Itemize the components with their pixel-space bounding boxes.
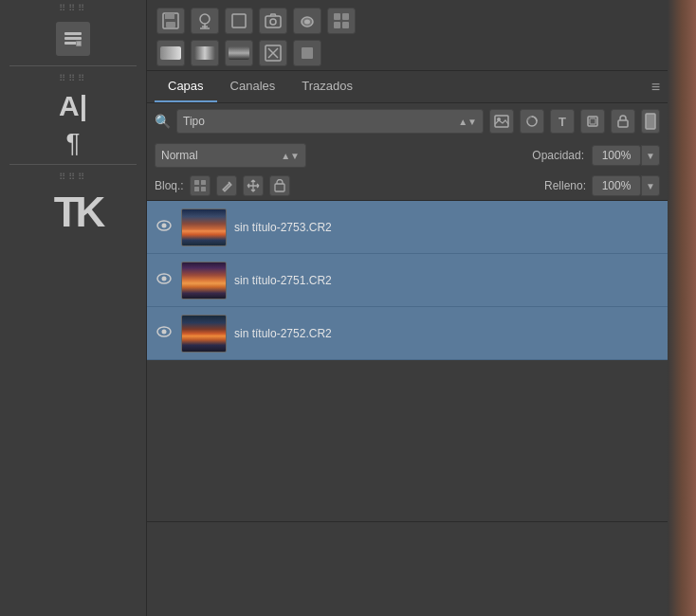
layer-visibility-1[interactable] [155,272,174,289]
svg-rect-38 [201,187,206,191]
camera-button[interactable] [259,8,287,34]
sidebar-grip-top: ⠿⠿⠿ [0,0,146,16]
svg-rect-13 [266,16,281,27]
sidebar-divider-2 [9,164,137,165]
svg-point-45 [162,329,167,334]
svg-rect-22 [194,46,215,60]
filter-lock-icon-btn[interactable] [611,109,635,134]
svg-rect-21 [160,46,181,60]
filter-image-icon-btn[interactable] [489,109,514,134]
svg-rect-18 [342,13,349,20]
layers-panel: Capas Canales Trazados ≡ 🔍 Tipo ▲▼ [147,71,668,616]
filter-shape-icon-btn[interactable] [580,109,605,134]
filter-row: 🔍 Tipo ▲▼ T [147,103,668,139]
right-edge [668,0,696,616]
filter-value: Tipo [183,115,205,128]
panel-menu-icon[interactable]: ≡ [651,79,660,96]
grid-button[interactable] [327,8,356,34]
svg-rect-1 [64,37,82,40]
svg-point-43 [162,276,167,281]
blend-chevron-icon: ▲▼ [281,151,300,161]
svg-point-14 [270,19,276,25]
filter-color-icon-btn[interactable] [641,109,660,134]
opacity-input[interactable]: 100% [592,145,641,166]
svg-rect-12 [232,14,246,27]
svg-rect-36 [201,180,206,185]
layer-visibility-0[interactable] [155,219,174,236]
sidebar-grip-2: ⠿⠿⠿ [0,70,146,86]
layer-visibility-2[interactable] [155,325,174,342]
svg-rect-33 [618,120,628,127]
svg-rect-6 [165,13,174,19]
search-icon: 🔍 [155,114,171,129]
lock-label: Bloq.: [155,179,184,192]
svg-rect-0 [64,32,82,35]
layers-list: sin título-2753.CR2 sin título-2751.CR2 [147,201,668,521]
lock-lock-button[interactable] [269,175,290,196]
lock-pixels-button[interactable] [190,175,211,196]
tab-capas[interactable]: Capas [155,71,217,102]
gradient1-button[interactable] [156,40,185,66]
fill-control: 100% ▼ [592,175,660,196]
layer-thumb-0 [181,208,227,246]
layer-name-1: sin título-2751.CR2 [234,274,660,287]
fill-arrow[interactable]: ▼ [641,175,660,196]
blend-mode-value: Normal [161,149,198,162]
left-sidebar: ⠿⠿⠿ ⠿⠿⠿ A| ¶ ⠿⠿⠿ TK [0,0,147,616]
toolbar-row-2 [156,40,658,66]
fill-label: Relleno: [544,179,586,192]
layer-item-1[interactable]: sin título-2751.CR2 [147,254,668,307]
panel-bottom [147,521,668,616]
svg-rect-7 [166,22,175,27]
filter-text-icon-btn[interactable]: T [550,109,575,134]
svg-rect-19 [334,22,340,28]
opacity-arrow[interactable]: ▼ [641,145,660,166]
svg-rect-32 [590,118,595,124]
filter-text-label: T [559,115,566,129]
lock-paint-button[interactable] [216,175,237,196]
svg-rect-27 [302,47,313,59]
svg-rect-35 [194,180,199,185]
svg-rect-4 [77,42,81,45]
svg-rect-17 [334,13,340,20]
svg-rect-37 [194,187,199,191]
filter-dropdown[interactable]: Tipo ▲▼ [176,109,484,134]
sidebar-divider-1 [9,65,137,66]
compare-button[interactable] [191,8,219,34]
layer-thumb-1 [181,262,227,299]
text-tool-a[interactable]: A| [0,86,146,126]
layer-thumb-2 [181,315,227,353]
svg-rect-23 [229,46,249,60]
layers-tool-icon[interactable] [0,16,146,62]
rect-button[interactable] [293,40,321,66]
layer-item-0[interactable]: sin título-2753.CR2 [147,201,668,254]
layer-name-0: sin título-2753.CR2 [234,221,660,234]
main-panel: Capas Canales Trazados ≡ 🔍 Tipo ▲▼ [147,0,668,616]
lock-row: Bloq.: [147,172,668,201]
svg-point-41 [162,223,167,227]
tab-canales[interactable]: Canales [217,71,289,102]
gradient3-button[interactable] [225,40,253,66]
layer-item-2[interactable]: sin título-2752.CR2 [147,307,668,360]
fill-input[interactable]: 100% [592,175,641,196]
sidebar-grip-3: ⠿⠿⠿ [0,169,146,185]
opacity-control: 100% ▼ [592,145,660,166]
paragraph-tool[interactable]: ¶ [0,126,146,160]
panel-tabs: Capas Canales Trazados ≡ [147,71,668,103]
toolbar-row-1 [156,8,658,34]
lock-move-button[interactable] [243,175,264,196]
save-button[interactable] [156,8,185,34]
filter-chevron-icon: ▲▼ [458,117,477,127]
cross-button[interactable] [259,40,287,66]
filter-circle-icon-btn[interactable] [520,109,544,134]
opacity-label: Opacidad: [532,149,584,162]
square-button[interactable] [225,8,253,34]
svg-rect-39 [275,184,284,191]
blend-row: Normal ▲▼ Opacidad: 100% ▼ [147,139,668,172]
gradient2-button[interactable] [191,40,219,66]
blend-mode-dropdown[interactable]: Normal ▲▼ [155,143,306,168]
tab-trazados[interactable]: Trazados [288,71,366,102]
paint-button[interactable] [293,8,321,34]
tk-tool[interactable]: TK [0,185,146,240]
svg-rect-20 [342,22,349,28]
